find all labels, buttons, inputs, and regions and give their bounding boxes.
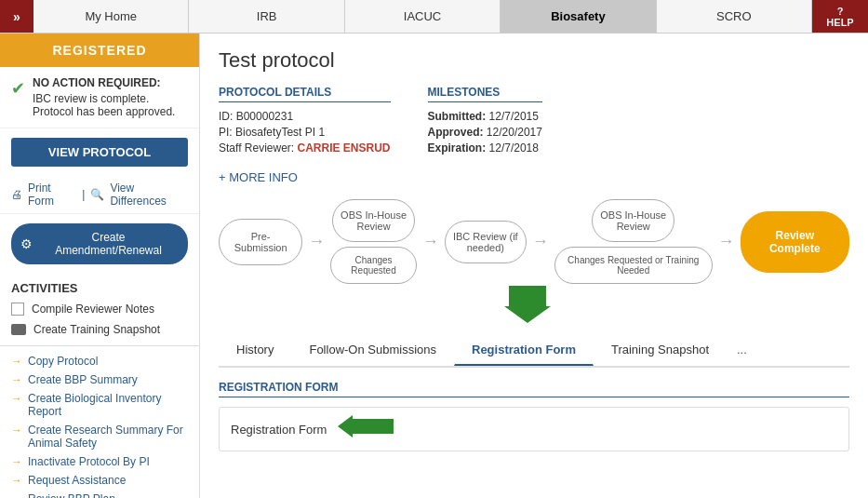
view-differences-link[interactable]: View Differences	[110, 182, 188, 208]
expiration-value: 12/7/2018	[489, 141, 539, 155]
action-inactivate[interactable]: → Inactivate Protocol By PI	[0, 452, 199, 471]
activity-label: Create Training Snapshot	[33, 323, 160, 336]
staff-label: Staff Reviewer:	[219, 141, 294, 155]
registration-form-label: Registration Form	[231, 423, 327, 437]
nav-tab-irb[interactable]: IRB	[189, 0, 344, 33]
tab-follow-on[interactable]: Follow-On Submissions	[291, 334, 454, 366]
activity-compile[interactable]: Compile Reviewer Notes	[0, 299, 199, 319]
nav-arrow[interactable]: »	[0, 0, 33, 33]
action-label: Review BBP Plan	[28, 492, 115, 498]
workflow-step-pre-sub: Pre-Submission	[219, 219, 302, 265]
action-research-summary[interactable]: → Create Research Summary For Animal Saf…	[0, 421, 199, 452]
top-nav: » My Home IRB IACUC Biosafety SCRO ? HEL…	[0, 0, 868, 34]
arrow-icon: →	[11, 455, 22, 468]
tab-registration-form[interactable]: Registration Form	[454, 334, 594, 366]
action-bio-inventory[interactable]: → Create Biological Inventory Report	[0, 389, 199, 421]
activities-title: ACTIVITIES	[0, 274, 199, 299]
action-label: Inactivate Protocol By PI	[28, 455, 150, 468]
nav-tab-iacuc[interactable]: IACUC	[345, 0, 501, 33]
svg-marker-0	[504, 286, 551, 323]
registration-section: REGISTRATION FORM Registration Form	[219, 381, 849, 451]
action-create-bbp[interactable]: → Create BBP Summary	[0, 370, 199, 389]
wf-arrow-2: →	[422, 232, 439, 251]
id-label: ID:	[219, 110, 233, 123]
nav-tab-myhome[interactable]: My Home	[33, 0, 189, 33]
expiration-row: Expiration: 12/7/2018	[428, 141, 542, 155]
protocol-staff-row: Staff Reviewer: CARRIE ENSRUD	[219, 141, 391, 155]
tabs-bar: History Follow-On Submissions Registrati…	[219, 334, 849, 368]
tab-more[interactable]: ...	[727, 334, 757, 366]
printer-icon: 🖨	[11, 188, 22, 201]
sidebar: REGISTERED ✔ NO ACTION REQUIRED: IBC rev…	[0, 34, 200, 498]
protocol-pi-row: PI: BiosafetyTest PI 1	[219, 126, 391, 139]
help-button[interactable]: ? HELP	[812, 0, 868, 33]
registration-section-title: REGISTRATION FORM	[219, 381, 849, 397]
view-protocol-button[interactable]: VIEW PROTOCOL	[11, 138, 188, 167]
wf-arrow-1: →	[308, 232, 325, 251]
main-content: Test protocol PROTOCOL DETAILS ID: B0000…	[200, 34, 868, 498]
action-label: Create Research Summary For Animal Safet…	[28, 424, 188, 450]
arrow-icon: →	[11, 355, 22, 368]
protocol-details-section: PROTOCOL DETAILS ID: B00000231 PI: Biosa…	[219, 86, 391, 157]
green-left-arrow-icon	[338, 415, 394, 443]
arrow-icon: →	[11, 492, 22, 498]
pi-value: BiosafetyTest PI 1	[235, 126, 325, 139]
notice-section: ✔ NO ACTION REQUIRED: IBC review is comp…	[0, 67, 199, 128]
workflow-step-changes2: Changes Requested or Training Needed	[554, 247, 713, 284]
help-label: HELP	[826, 17, 853, 28]
more-info-toggle[interactable]: + MORE INFO	[219, 170, 849, 184]
nav-tab-biosafety[interactable]: Biosafety	[501, 0, 656, 33]
workflow-step-review-complete: Review Complete	[741, 211, 849, 273]
protocol-id-row: ID: B00000231	[219, 110, 391, 123]
staff-value-link[interactable]: CARRIE ENSRUD	[298, 141, 391, 155]
action-label: Create BBP Summary	[28, 373, 138, 386]
check-icon: ✔	[11, 78, 25, 99]
arrow-icon: →	[11, 373, 22, 386]
workflow-container: Pre-Submission → OBS In-House Review Cha…	[219, 199, 849, 284]
milestones-section: MILESTONES Submitted: 12/7/2015 Approved…	[428, 86, 542, 157]
action-label: Copy Protocol	[28, 355, 98, 368]
registration-form-row: Registration Form	[219, 407, 849, 451]
wf-arrow-4: →	[718, 232, 735, 251]
help-icon: ?	[837, 6, 844, 17]
pi-label: PI:	[219, 126, 233, 139]
action-review-bbp[interactable]: → Review BBP Plan	[0, 490, 199, 498]
activity-training[interactable]: Create Training Snapshot	[0, 319, 199, 340]
camera-icon	[11, 324, 26, 335]
notice-bold: NO ACTION REQUIRED:	[33, 76, 188, 89]
wf-arrow-3: →	[532, 232, 549, 251]
svg-marker-1	[338, 415, 394, 437]
registered-badge: REGISTERED	[0, 34, 199, 67]
approved-value: 12/20/2017	[487, 126, 542, 139]
arrow-icon: →	[11, 474, 22, 487]
nav-tab-scro[interactable]: SCRO	[657, 0, 812, 33]
step-label: Pre-Submission	[234, 231, 287, 253]
protocol-details-header: PROTOCOL DETAILS	[219, 86, 391, 102]
id-value: B00000231	[236, 110, 293, 123]
action-label: Request Assistance	[28, 474, 126, 487]
page-title: Test protocol	[219, 48, 849, 73]
details-row: PROTOCOL DETAILS ID: B00000231 PI: Biosa…	[219, 86, 849, 157]
down-arrow-icon	[504, 286, 551, 323]
action-request-assistance[interactable]: → Request Assistance	[0, 471, 199, 490]
action-copy-protocol[interactable]: → Copy Protocol	[0, 352, 199, 370]
arrow-icon: →	[11, 392, 22, 405]
create-amendment-button[interactable]: ⚙ Create Amendment/Renewal	[11, 223, 188, 264]
approved-row: Approved: 12/20/2017	[428, 126, 542, 139]
tab-training-snapshot[interactable]: Training Snapshot	[594, 334, 727, 366]
gear-icon: ⚙	[20, 236, 33, 251]
activity-label: Compile Reviewer Notes	[32, 303, 154, 316]
expiration-label: Expiration:	[428, 141, 487, 155]
workflow-step-changes1: Changes Requested	[330, 247, 417, 284]
submitted-label: Submitted:	[428, 110, 487, 123]
create-amendment-label: Create Amendment/Renewal	[38, 231, 179, 257]
print-form-link[interactable]: Print Form	[28, 182, 76, 208]
tab-history[interactable]: History	[219, 334, 291, 366]
workflow-step-obs2: OBS In-House Review	[592, 199, 674, 242]
workflow-step-ibc: IBC Review (if needed)	[445, 221, 527, 263]
workflow-step-obs1: OBS In-House Review	[332, 199, 415, 242]
search-icon: 🔍	[90, 188, 104, 201]
submitted-value: 12/7/2015	[489, 110, 539, 123]
approved-label: Approved:	[428, 126, 484, 139]
notice-body: IBC review is complete. Protocol has bee…	[33, 92, 175, 118]
